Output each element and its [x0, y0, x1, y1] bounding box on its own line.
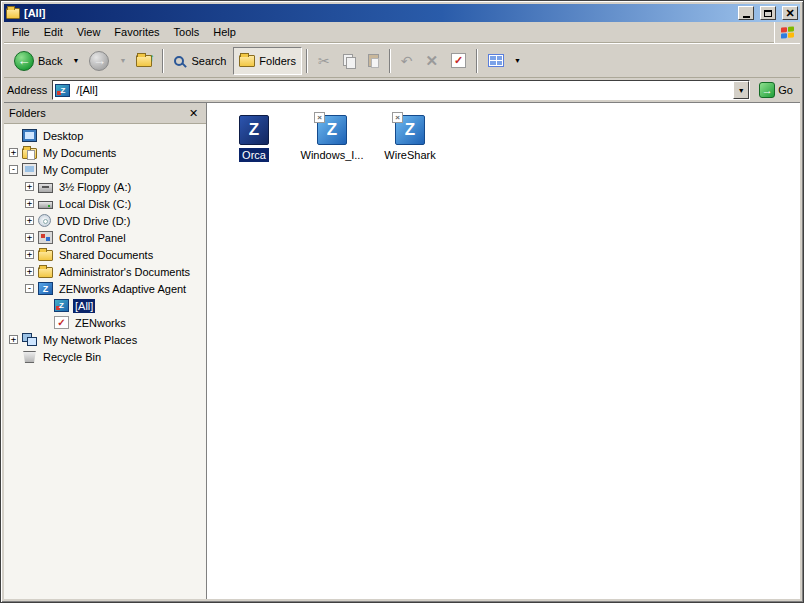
zenworks-app-icon: Z×: [395, 115, 425, 145]
paste-button[interactable]: [362, 47, 385, 75]
minimize-icon: [743, 16, 750, 18]
orca-app-icon: Z: [239, 115, 269, 145]
undo-button[interactable]: ↶: [395, 47, 419, 75]
views-icon: [488, 54, 504, 67]
floppy-drive-icon: [38, 183, 53, 193]
my-computer-icon: [22, 163, 37, 176]
expand-icon[interactable]: +: [9, 148, 18, 157]
go-icon: →: [759, 82, 775, 98]
window-title: [All]: [24, 7, 732, 19]
tree-item-label: Control Panel: [57, 231, 128, 245]
expand-icon[interactable]: +: [25, 216, 34, 225]
up-button[interactable]: ↑: [130, 47, 158, 75]
back-icon: ←: [14, 51, 34, 71]
up-folder-icon: ↑: [136, 55, 152, 67]
folder-icon: [38, 250, 53, 261]
tree-item-label: Recycle Bin: [41, 350, 103, 364]
tree-item-label: Desktop: [41, 129, 85, 143]
tree-item-dvd-drive-d[interactable]: +DVD Drive (D:): [4, 212, 206, 229]
tree-item-my-documents[interactable]: +My Documents: [4, 144, 206, 161]
tree-item-my-network-places[interactable]: +My Network Places: [4, 331, 206, 348]
titlebar[interactable]: [All] ✕: [4, 4, 800, 22]
address-bar: Address ▼ → Go: [4, 78, 800, 103]
control-panel-icon: [38, 231, 53, 244]
back-dropdown[interactable]: ▼: [69, 47, 82, 75]
delete-button[interactable]: ✕: [419, 47, 444, 75]
expand-icon[interactable]: +: [25, 267, 34, 276]
menu-view[interactable]: View: [70, 23, 108, 41]
address-label: Address: [7, 84, 47, 96]
cut-button[interactable]: ✂: [312, 47, 336, 75]
minimize-button[interactable]: [738, 6, 754, 20]
go-label: Go: [778, 84, 793, 96]
tree-item-all[interactable]: [All]: [4, 297, 206, 314]
expand-icon[interactable]: +: [25, 199, 34, 208]
folders-label: Folders: [259, 55, 296, 67]
forward-dropdown[interactable]: ▼: [116, 47, 129, 75]
tree-item-shared-documents[interactable]: +Shared Documents: [4, 246, 206, 263]
views-button[interactable]: [482, 47, 510, 75]
folders-pane: Folders ✕ Desktop+My Documents-My Comput…: [4, 103, 207, 599]
toolbar-separator: [162, 49, 164, 73]
copy-button[interactable]: [337, 47, 361, 75]
forward-icon: →: [89, 51, 109, 71]
tree-item-my-computer[interactable]: -My Computer: [4, 161, 206, 178]
tree-item-zenworks[interactable]: ZENworks: [4, 314, 206, 331]
maximize-button[interactable]: [760, 6, 776, 20]
tree-item-control-panel[interactable]: +Control Panel: [4, 229, 206, 246]
tree-item-label: Local Disk (C:): [57, 197, 133, 211]
menu-edit[interactable]: Edit: [37, 23, 70, 41]
zenworks-app-icon: Z×: [317, 115, 347, 145]
tree-item-label: My Computer: [41, 163, 111, 177]
dvd-drive-icon: [38, 214, 51, 227]
expand-icon[interactable]: +: [25, 233, 34, 242]
tree-item-zenworks-adaptive-agent[interactable]: -ZENworks Adaptive Agent: [4, 280, 206, 297]
folders-pane-close-icon[interactable]: ✕: [186, 106, 201, 120]
expand-icon[interactable]: +: [25, 250, 34, 259]
content-pane[interactable]: ZOrcaZ×Windows_I...Z×WireShark: [207, 103, 800, 599]
folders-pane-header: Folders ✕: [4, 103, 206, 124]
folders-icon: [239, 55, 255, 67]
menubar: FileEditViewFavoritesToolsHelp: [4, 22, 800, 43]
close-icon: ✕: [785, 8, 794, 19]
tree-item-local-disk-c[interactable]: +Local Disk (C:): [4, 195, 206, 212]
desktop-icon: [22, 129, 37, 142]
collapse-icon[interactable]: -: [9, 165, 18, 174]
close-button[interactable]: ✕: [782, 6, 798, 20]
tree-item-label: My Network Places: [41, 333, 139, 347]
tree-item-administrator-s-documents[interactable]: +Administrator's Documents: [4, 263, 206, 280]
expand-icon[interactable]: +: [25, 182, 34, 191]
search-button[interactable]: Search: [168, 47, 232, 75]
shortcut-overlay-icon: ×: [314, 112, 325, 123]
toolbar-separator: [306, 49, 308, 73]
maximize-icon: [764, 10, 772, 17]
collapse-icon[interactable]: -: [25, 284, 34, 293]
file-item-wireshark[interactable]: Z×WireShark: [373, 115, 447, 162]
address-folder-icon: [55, 84, 70, 97]
search-icon: [174, 56, 184, 66]
verify-button[interactable]: ✓: [445, 47, 472, 75]
folders-button[interactable]: Folders: [233, 47, 302, 75]
toolbar-separator: [476, 49, 478, 73]
tree-item-desktop[interactable]: Desktop: [4, 127, 206, 144]
paste-icon: [368, 54, 379, 67]
expand-icon[interactable]: +: [9, 335, 18, 344]
views-dropdown[interactable]: ▼: [511, 47, 524, 75]
address-dropdown[interactable]: ▼: [733, 81, 749, 99]
tree-item-recycle-bin[interactable]: Recycle Bin: [4, 348, 206, 365]
file-item-orca[interactable]: ZOrca: [217, 115, 291, 162]
back-button[interactable]: ← Back: [8, 47, 68, 75]
menu-tools[interactable]: Tools: [167, 23, 207, 41]
menu-file[interactable]: File: [5, 23, 37, 41]
back-label: Back: [38, 55, 62, 67]
go-button[interactable]: → Go: [755, 79, 797, 101]
menu-help[interactable]: Help: [206, 23, 243, 41]
forward-button[interactable]: →: [83, 47, 115, 75]
explorer-window: [All] ✕ FileEditViewFavoritesToolsHelp ←…: [0, 0, 804, 603]
tree-item-3-floppy-a[interactable]: +3½ Floppy (A:): [4, 178, 206, 195]
tree-item-label: 3½ Floppy (A:): [57, 180, 133, 194]
folder-icon: [38, 267, 53, 278]
address-input[interactable]: [74, 84, 733, 96]
file-item-windows-i[interactable]: Z×Windows_I...: [295, 115, 369, 162]
menu-favorites[interactable]: Favorites: [107, 23, 166, 41]
